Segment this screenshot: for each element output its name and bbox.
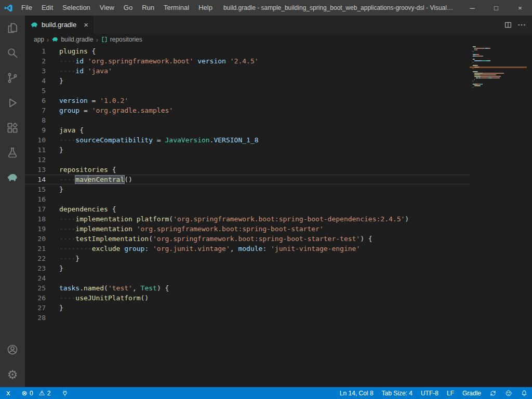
code-line[interactable]: 16: [25, 194, 470, 204]
status-sync[interactable]: [485, 387, 501, 399]
code-line[interactable]: 23}: [25, 263, 470, 273]
line-number[interactable]: 3: [25, 66, 46, 76]
tab-build.gradle[interactable]: build.gradle×: [25, 16, 94, 34]
code-line[interactable]: 7group = 'org.gradle.samples': [25, 105, 470, 115]
maximize-button[interactable]: □: [484, 0, 508, 16]
line-number[interactable]: 7: [25, 105, 46, 115]
activity-item-manage[interactable]: ⚙: [0, 362, 25, 387]
line-number[interactable]: 5: [25, 86, 46, 96]
code-line[interactable]: 9java {: [25, 125, 470, 135]
line-number[interactable]: 8: [25, 115, 46, 125]
code-line[interactable]: 24: [25, 273, 470, 283]
code-line[interactable]: 10····sourceCompatibility = JavaVersion.…: [25, 135, 470, 145]
tab-close-icon[interactable]: ×: [79, 21, 88, 29]
menu-file[interactable]: File: [17, 0, 37, 16]
code-line[interactable]: 2····id 'org.springframework.boot' versi…: [25, 56, 470, 66]
status-problems[interactable]: ⊗0⚠2: [17, 387, 57, 399]
code-line[interactable]: 18····implementation platform('org.sprin…: [25, 214, 470, 224]
status-run-task[interactable]: [57, 387, 73, 399]
menu-run[interactable]: Run: [137, 0, 159, 16]
status-language-mode[interactable]: Gradle: [458, 387, 485, 399]
code-line[interactable]: 25tasks.named('test', Test) {: [25, 283, 470, 293]
line-number[interactable]: 12: [25, 155, 46, 165]
menu-go[interactable]: Go: [119, 0, 137, 16]
code-line[interactable]: 28: [25, 313, 470, 323]
activity-item-testing[interactable]: [0, 140, 25, 165]
vscode-logo-icon: [0, 4, 17, 12]
code-line[interactable]: 6version = '1.0.2': [25, 96, 470, 105]
line-number[interactable]: 24: [25, 273, 46, 283]
activity-item-accounts[interactable]: [0, 337, 25, 362]
code-line[interactable]: 12: [25, 155, 470, 165]
code-lines: 1plugins {2····id 'org.springframework.b…: [25, 45, 470, 323]
line-number[interactable]: 9: [25, 125, 46, 135]
line-number[interactable]: 4: [25, 76, 46, 86]
code-line[interactable]: 26····useJUnitPlatform(): [25, 293, 470, 303]
code-line[interactable]: 11}: [25, 145, 470, 155]
menu-terminal[interactable]: Terminal: [159, 0, 194, 16]
line-number[interactable]: 22: [25, 254, 46, 263]
line-number[interactable]: 20: [25, 234, 46, 244]
status-feedback[interactable]: [501, 387, 516, 399]
code-line[interactable]: 21········exclude group: 'org.junit.vint…: [25, 244, 470, 254]
line-number[interactable]: 21: [25, 244, 46, 254]
menu-view[interactable]: View: [95, 0, 119, 16]
status-cursor-position[interactable]: Ln 14, Col 8: [336, 387, 378, 399]
activity-item-gradle[interactable]: [0, 165, 25, 190]
split-editor-icon[interactable]: [504, 21, 512, 29]
line-number[interactable]: 10: [25, 135, 46, 145]
code-line[interactable]: 22····}: [25, 254, 470, 263]
code-line[interactable]: 4}: [25, 76, 470, 86]
status-remote[interactable]: [0, 387, 17, 399]
status-notifications[interactable]: [516, 387, 532, 399]
breadcrumb-item-build.gradle[interactable]: build.gradle: [51, 36, 93, 43]
line-number[interactable]: 1: [25, 46, 46, 56]
line-content: ····mavenCentral(): [59, 175, 132, 184]
activity-item-extensions[interactable]: [0, 115, 25, 140]
line-number[interactable]: 17: [25, 204, 46, 214]
minimap[interactable]: [473, 46, 525, 90]
code-line[interactable]: 3····id 'java': [25, 66, 470, 76]
line-number[interactable]: 27: [25, 303, 46, 313]
code-line[interactable]: 5: [25, 86, 470, 96]
code-line[interactable]: 15}: [25, 184, 470, 194]
code-line[interactable]: 27}: [25, 303, 470, 313]
line-number[interactable]: 13: [25, 165, 46, 175]
line-number[interactable]: 23: [25, 263, 46, 273]
code-line[interactable]: 14····mavenCentral(): [25, 175, 470, 184]
line-number[interactable]: 28: [25, 313, 46, 323]
line-number[interactable]: 19: [25, 224, 46, 234]
activity-item-source-control[interactable]: [0, 65, 25, 90]
line-number[interactable]: 6: [25, 96, 46, 105]
status-eol[interactable]: LF: [443, 387, 458, 399]
menu-edit[interactable]: Edit: [37, 0, 58, 16]
minimize-button[interactable]: ─: [460, 0, 484, 16]
vertical-scrollbar[interactable]: [525, 45, 532, 387]
more-actions-icon[interactable]: ⋯: [517, 21, 526, 29]
code-line[interactable]: 1plugins {: [25, 46, 470, 56]
code-line[interactable]: 19····implementation 'org.springframewor…: [25, 224, 470, 234]
code-line[interactable]: 8: [25, 115, 470, 125]
activity-item-explorer[interactable]: [0, 16, 25, 41]
code-line[interactable]: 13repositories {: [25, 165, 470, 175]
code-line[interactable]: 20····testImplementation('org.springfram…: [25, 234, 470, 244]
breadcrumb-item-app[interactable]: app: [34, 36, 44, 43]
line-number[interactable]: 16: [25, 194, 46, 204]
line-number[interactable]: 26: [25, 293, 46, 303]
menu-help[interactable]: Help: [194, 0, 217, 16]
line-number[interactable]: 11: [25, 145, 46, 155]
line-number[interactable]: 14: [25, 175, 46, 184]
activity-bar-spacer: [0, 190, 25, 337]
line-number[interactable]: 15: [25, 184, 46, 194]
status-encoding[interactable]: UTF-8: [417, 387, 443, 399]
status-tab-size[interactable]: Tab Size: 4: [378, 387, 417, 399]
activity-item-run-and-debug[interactable]: [0, 90, 25, 115]
code-line[interactable]: 17dependencies {: [25, 204, 470, 214]
breadcrumb-item-repositories[interactable]: repositories: [101, 36, 142, 43]
line-number[interactable]: 2: [25, 56, 46, 66]
menu-selection[interactable]: Selection: [58, 0, 95, 16]
activity-item-search[interactable]: [0, 41, 25, 65]
line-number[interactable]: 18: [25, 214, 46, 224]
line-number[interactable]: 25: [25, 283, 46, 293]
close-button[interactable]: ×: [508, 0, 532, 16]
